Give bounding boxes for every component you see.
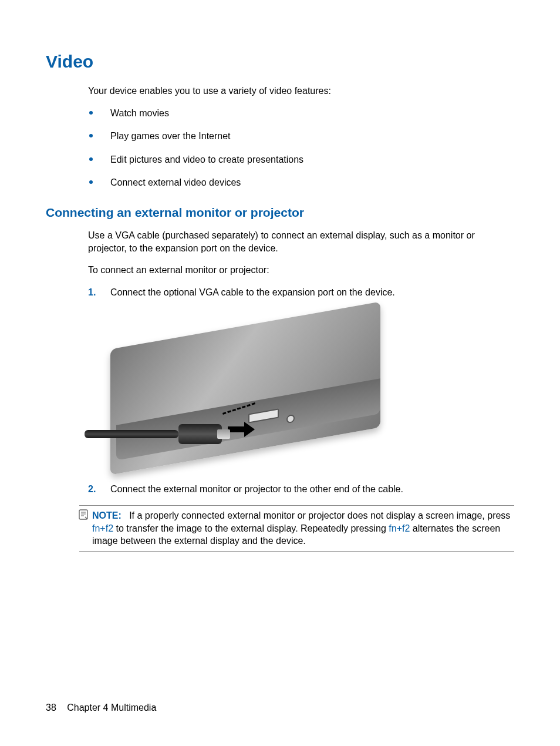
keyboard-shortcut: fn+f2 xyxy=(92,523,113,533)
figure-vga-connection xyxy=(110,308,380,469)
vga-cable-illustration xyxy=(87,424,222,448)
heading-connecting: Connecting an external monitor or projec… xyxy=(46,206,514,220)
page-number: 38 xyxy=(46,703,56,713)
page-footer: 38 Chapter 4 Multimedia xyxy=(46,703,156,713)
step-text: Connect the optional VGA cable to the ex… xyxy=(110,287,395,297)
step-2: 2. Connect the external monitor or proje… xyxy=(88,483,514,496)
note-text: NOTE: If a properly connected external m… xyxy=(79,509,514,547)
step-number: 2. xyxy=(88,483,96,496)
intro-paragraph: Your device enables you to use a variety… xyxy=(88,85,514,98)
list-item: Edit pictures and video to create presen… xyxy=(88,153,514,166)
step-1: 1. Connect the optional VGA cable to the… xyxy=(88,286,514,299)
note-segment: to transfer the image to the external di… xyxy=(113,523,389,533)
paragraph-vga-cable: Use a VGA cable (purchased separately) t… xyxy=(88,229,514,254)
step-text: Connect the external monitor or projecto… xyxy=(110,484,403,494)
list-item: Play games over the Internet xyxy=(88,130,514,143)
note-label: NOTE: xyxy=(92,510,122,520)
steps-list-continued: 2. Connect the external monitor or proje… xyxy=(88,483,514,496)
note-segment: If a properly connected external monitor… xyxy=(129,510,510,520)
keyboard-shortcut: fn+f2 xyxy=(389,523,410,533)
chapter-label: Chapter 4 Multimedia xyxy=(67,703,156,713)
document-page: Video Your device enables you to use a v… xyxy=(0,0,560,746)
note-icon xyxy=(79,509,89,520)
list-item: Watch movies xyxy=(88,107,514,120)
heading-video: Video xyxy=(46,52,514,72)
arrow-icon xyxy=(228,422,257,437)
step-number: 1. xyxy=(88,286,96,299)
steps-list: 1. Connect the optional VGA cable to the… xyxy=(88,286,514,299)
paragraph-to-connect: To connect an external monitor or projec… xyxy=(88,264,514,277)
list-item: Connect external video devices xyxy=(88,176,514,189)
note-block: NOTE: If a properly connected external m… xyxy=(79,505,514,552)
features-list: Watch movies Play games over the Interne… xyxy=(88,107,514,189)
